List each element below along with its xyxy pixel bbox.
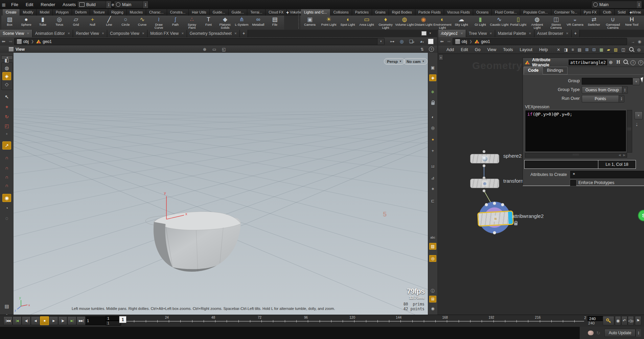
help-icon[interactable]: ? [637,59,644,65]
path-dropdown-icon[interactable]: ▼ [377,38,384,45]
shelf-tool-stereo-camera[interactable]: ◫Stereo Camera [547,16,566,30]
play-button[interactable]: ▶ [49,316,58,325]
snapshot-icon[interactable]: ▣ [429,64,436,71]
net-forward-icon[interactable]: ➡ [447,39,451,44]
shelf-tab-terrai-[interactable]: Terrai... [247,9,266,16]
net-crumb-obj[interactable]: obj [453,39,469,44]
node-transform2[interactable]: ⊕ [470,179,499,188]
lasso-select-icon[interactable]: ◱ [222,47,226,52]
desktop-spinner[interactable]: ▲▼ [106,1,111,8]
snap-grid-icon[interactable]: ∩ [2,154,11,162]
shelf-tab-rigid-bodies[interactable]: Rigid Bodies [389,9,415,16]
jump-end-button[interactable]: ▶▶| [76,316,86,325]
info-icon[interactable]: i [629,59,637,65]
view-region-icon[interactable]: ◔ [2,204,11,212]
gear-icon[interactable]: ⊛ [607,60,615,65]
background-image-icon[interactable]: ▨ [429,243,436,250]
shelf-tool-platonic-solids[interactable]: ◆Platonic Solids [217,16,233,30]
tab--obj-geo1[interactable]: /obj/geo1✕ [438,30,466,37]
crop-icon[interactable]: ⊏ [429,198,436,204]
shelf-tool-vr-camera[interactable]: ◒VR Camera [566,16,584,30]
enforce-prototypes-checkbox[interactable] [570,180,576,186]
close-tab-icon[interactable]: ✕ [566,32,569,35]
box-select-icon[interactable]: ▭ [212,47,216,52]
bookmark-icon[interactable]: ⚑ [635,316,641,325]
main-menu-selector[interactable]: Main ▲▼ [114,1,148,8]
tab-asset-browser[interactable]: Asset Browser✕ [534,30,572,37]
shelf-tab-solid[interactable]: Solid [615,9,629,16]
shelf-tab-lights-and-c-[interactable]: Lights and C... [301,9,330,16]
shelf-tool-sphere[interactable]: ●Sphere [18,16,34,30]
handle-mode-icon[interactable]: ⊕ [203,47,206,52]
shelf-tool-spot-light[interactable]: ◖Spot Light [338,16,357,30]
shelf-tab-polygon[interactable]: Polygon [53,9,72,16]
close-tab-icon[interactable]: ✕ [27,32,29,35]
grid-display-icon[interactable]: ⊞ [429,296,436,302]
info-icon[interactable]: ⓘ [429,288,436,294]
snap-multi-icon[interactable]: ∩ [2,181,11,189]
close-tab-icon[interactable]: ✕ [181,32,184,35]
desktop-right-selector[interactable]: Main ▲▼ [591,1,642,8]
camera-view-icon[interactable]: ◉ [2,194,11,202]
axis-icon[interactable]: + [429,148,436,154]
snap-curve-icon[interactable]: ∩ [2,164,11,172]
group-type-spinner[interactable]: ▲▼ [622,87,627,93]
tab-bindings[interactable]: Bindings [543,67,568,74]
net-camera-icon[interactable]: ◉ [638,39,641,44]
close-tab-icon[interactable]: ✕ [460,32,463,35]
vex-multiline-icon[interactable]: -+ [636,122,638,127]
view-globe-icon[interactable]: ◐ [429,114,436,120]
audio-icon[interactable]: ◁))) [628,316,634,325]
shelf-tab-model[interactable]: Model [37,9,53,16]
shelf-tool-grid[interactable]: ▱Grid [68,16,84,30]
net-pin-icon[interactable]: → [631,39,635,44]
shelf-tool-portal-light[interactable]: ▯Portal Light [509,16,528,30]
takes-icon[interactable]: ▤ [2,302,11,310]
close-tab-icon[interactable]: ✕ [102,32,105,35]
shelf-tool-box[interactable]: ▧Box [1,16,18,30]
vex-expand-dropdown-icon[interactable]: ▼ [635,111,643,119]
shade-cube-icon[interactable]: ❏▾ [409,39,414,44]
prev-frame-button[interactable]: ◀| [22,316,31,325]
shelf-tool-point-light[interactable]: ☀Point Light [319,16,338,30]
shelf-tool-line[interactable]: ╱Line [101,16,117,30]
jump-start-button[interactable]: |◀◀ [3,316,13,325]
desktop-selector[interactable]: Build ▲▼ [77,1,112,8]
range-end-sub-field[interactable]: 240 [588,321,595,325]
lighting-icon[interactable]: ◎ [429,255,436,262]
shelf-add-tab-button[interactable]: + [286,10,289,15]
high-quality-icon[interactable]: ● [429,136,436,143]
shelf-tab-guide-[interactable]: Guide... [229,9,248,16]
shelf-tool-tube[interactable]: ▮Tube [34,16,51,30]
shelf-tool-new-tool[interactable]: HNew Tool [622,16,641,30]
houdini-window-icon[interactable]: H [615,60,622,65]
tab-render-view[interactable]: Render View✕ [73,30,107,37]
shelf-tab-fluid-contai-[interactable]: Fluid Contai... [492,9,520,16]
follow-target-icon[interactable]: ◎ [400,39,404,44]
shelf-tab-particle-fluids[interactable]: Particle Fluids [415,9,444,16]
handles-icon[interactable]: ↗ [2,141,11,150]
node-attribwrangle2[interactable]: ≈ [477,210,514,226]
undo-motion-icon[interactable]: ↶ [621,316,627,325]
shelf-tool-curve[interactable]: ∿Curve [134,16,151,30]
shelf-tool-circle[interactable]: ○Circle [117,16,134,30]
scene-viewport[interactable]: 5yxyxz Persp▼ No cam▼ 79fps 12.70ms 80 p… [14,53,428,315]
scroll-left-icon[interactable]: ◀ [619,154,621,157]
snap-point-icon[interactable]: ∩ [2,173,11,181]
attributes-to-create-field[interactable]: * [570,171,644,178]
measure-icon[interactable]: ⊿ [429,175,436,181]
shelf-tab-rigging[interactable]: Rigging [108,9,127,16]
tab-motion-fx-view[interactable]: Motion FX View✕ [147,30,187,37]
scene-path-combo[interactable]: obj ❯ geo1 ▼ [14,38,385,45]
current-frame-marker[interactable]: 1 [119,316,127,323]
next-frame-button[interactable]: |▶ [58,316,67,325]
help-icon[interactable]: ? [429,47,434,52]
group-select-arrow-icon[interactable] [641,77,644,83]
select-icon[interactable]: ↖ [2,93,11,101]
pane-split-icon[interactable] [421,31,427,36]
shelf-tab-viscous-fluids[interactable]: Viscous Fluids [444,9,474,16]
close-tab-icon[interactable]: ✕ [68,32,70,35]
run-over-spinner[interactable]: ▲▼ [619,95,624,102]
shelf-tab-populate-con-[interactable]: Populate Con... [520,9,551,16]
net-back-icon[interactable]: ⬅ [440,39,444,44]
